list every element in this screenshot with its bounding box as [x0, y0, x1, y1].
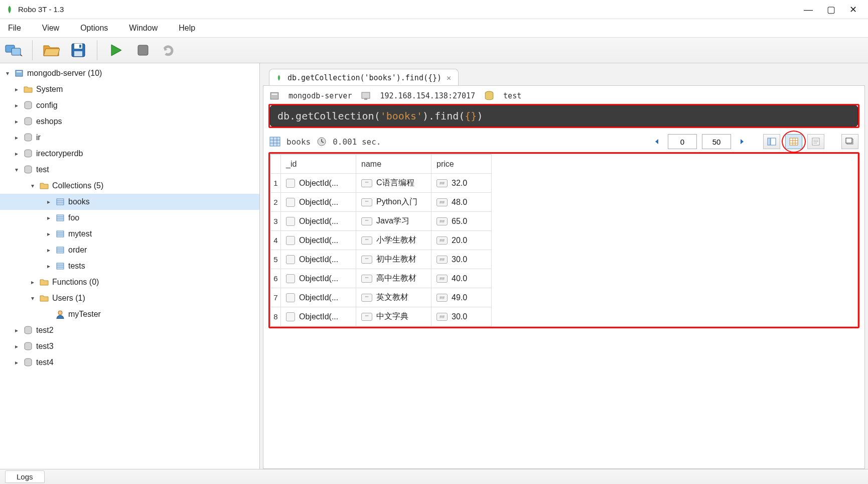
col-price[interactable]: price [431, 155, 492, 174]
tree-functions[interactable]: ▸ Functions (0) [0, 274, 259, 290]
tree-db-test2[interactable]: ▸ test2 [0, 322, 259, 338]
tree-users[interactable]: ▾ Users (1) [0, 290, 259, 306]
tree-collection-foo[interactable]: ▸ foo [0, 210, 259, 226]
cell-price: 49.0 [452, 293, 467, 302]
tree-server[interactable]: ▾ mongodb-server (10) [0, 65, 259, 81]
table-row[interactable]: 3ObjectId(...""Java学习##65.0 [271, 212, 492, 231]
chevron-right-icon[interactable]: ▸ [28, 278, 37, 287]
cell-price: 30.0 [452, 255, 467, 264]
result-grid[interactable]: _id name price 1ObjectId(...""C语言编程##32.… [270, 154, 858, 327]
tab-close-icon[interactable]: ✕ [447, 73, 451, 82]
svg-rect-1 [12, 48, 21, 55]
clock-icon [317, 137, 327, 147]
chevron-right-icon[interactable]: ▸ [44, 229, 53, 238]
query-editor[interactable]: db.getCollection('books').find({}) [270, 105, 858, 127]
view-text-button[interactable] [807, 134, 824, 149]
chevron-right-icon[interactable]: ▸ [12, 101, 21, 110]
svg-rect-46 [790, 138, 798, 145]
tree-db-test[interactable]: ▾ test [0, 162, 259, 178]
minimize-button[interactable]: — [804, 5, 813, 14]
page-next-button[interactable] [736, 136, 748, 148]
table-row[interactable]: 6ObjectId(...""高中生教材##40.0 [271, 269, 492, 288]
svg-rect-14 [57, 199, 64, 205]
chevron-right-icon[interactable]: ▸ [44, 213, 53, 222]
connection-tree[interactable]: ▾ mongodb-server (10) ▸ System ▸ config … [0, 63, 260, 469]
tree-db-test4[interactable]: ▸ test4 [0, 354, 259, 371]
chevron-right-icon[interactable]: ▸ [44, 262, 53, 271]
tree-label: test [36, 165, 49, 174]
tree-db-irectoryperdb[interactable]: ▸ irectoryperdb [0, 146, 259, 162]
menu-view[interactable]: View [39, 22, 62, 35]
close-button[interactable]: ✕ [849, 5, 857, 14]
chevron-down-icon[interactable]: ▾ [28, 181, 37, 190]
chevron-right-icon[interactable]: ▸ [12, 326, 21, 335]
table-row[interactable]: 7ObjectId(...""英文教材##49.0 [271, 288, 492, 307]
page-offset-input[interactable] [668, 134, 697, 149]
tree-label: System [36, 85, 63, 94]
tree-db-test3[interactable]: ▸ test3 [0, 338, 259, 354]
tree-db-eshops[interactable]: ▸ eshops [0, 113, 259, 130]
chevron-right-icon[interactable]: ▸ [44, 246, 53, 255]
svg-rect-17 [57, 215, 64, 221]
row-number: 4 [271, 231, 281, 250]
chevron-down-icon[interactable]: ▾ [12, 165, 21, 174]
menu-file[interactable]: File [5, 22, 24, 35]
stop-button[interactable] [132, 40, 154, 61]
chevron-down-icon[interactable]: ▾ [28, 294, 37, 303]
number-icon: ## [437, 217, 448, 225]
toolbar [0, 37, 868, 63]
database-icon [23, 165, 33, 175]
string-icon: "" [361, 236, 372, 245]
chevron-right-icon[interactable]: ▸ [12, 342, 21, 351]
tree-db-ir[interactable]: ▸ ir [0, 130, 259, 146]
cell-name: 中文字典 [376, 311, 408, 322]
table-row[interactable]: 2ObjectId(...""Python入门##48.0 [271, 193, 492, 212]
tree-collection-tests[interactable]: ▸ tests [0, 258, 259, 274]
tab-bar: db.getCollection('books').find({}) ✕ [263, 66, 865, 85]
chevron-right-icon[interactable]: ▸ [12, 117, 21, 126]
chevron-right-icon[interactable]: ▸ [12, 85, 21, 94]
tree-db-config[interactable]: ▸ config [0, 97, 259, 113]
titlebar: Robo 3T - 1.3 — ▢ ✕ [0, 0, 868, 19]
chevron-down-icon[interactable]: ▾ [3, 69, 12, 78]
tree-label: Functions (0) [52, 278, 99, 287]
table-row[interactable]: 4ObjectId(...""小学生教材##20.0 [271, 231, 492, 250]
row-number: 5 [271, 250, 281, 269]
tree-user-mytester[interactable]: myTester [0, 306, 259, 322]
table-row[interactable]: 1ObjectId(...""C语言编程##32.0 [271, 174, 492, 193]
execute-button[interactable] [105, 40, 126, 61]
tree-label: foo [68, 213, 79, 222]
view-tree-button[interactable] [763, 134, 780, 149]
number-icon: ## [437, 294, 448, 302]
page-limit-input[interactable] [702, 134, 731, 149]
chevron-right-icon[interactable]: ▸ [44, 197, 53, 206]
chevron-right-icon[interactable]: ▸ [12, 358, 21, 367]
open-button[interactable] [41, 40, 62, 61]
menu-options[interactable]: Options [77, 22, 111, 35]
menu-help[interactable]: Help [176, 22, 198, 35]
rotate-button[interactable] [160, 40, 181, 61]
tree-collections[interactable]: ▾ Collections (5) [0, 178, 259, 194]
save-button[interactable] [68, 40, 89, 61]
view-table-button[interactable] [785, 134, 802, 149]
row-number: 7 [271, 288, 281, 307]
tab-query[interactable]: db.getCollection('books').find({}) ✕ [269, 69, 459, 85]
view-popout-button[interactable] [841, 134, 858, 149]
chevron-right-icon[interactable]: ▸ [12, 149, 21, 158]
connect-button[interactable] [3, 40, 24, 61]
logs-button[interactable]: Logs [5, 470, 45, 483]
table-row[interactable]: 8ObjectId(...""中文字典##30.0 [271, 307, 492, 326]
tree-collection-books[interactable]: ▸ books [0, 194, 259, 210]
maximize-button[interactable]: ▢ [827, 5, 835, 14]
tree-system[interactable]: ▸ System [0, 81, 259, 97]
menu-window[interactable]: Window [126, 22, 161, 35]
col-name[interactable]: name [356, 155, 431, 174]
table-row[interactable]: 5ObjectId(...""初中生教材##30.0 [271, 250, 492, 269]
col-id[interactable]: _id [281, 155, 356, 174]
folder-icon [23, 84, 33, 94]
tree-collection-mytest[interactable]: ▸ mytest [0, 226, 259, 242]
page-prev-button[interactable] [651, 136, 663, 148]
tree-collection-order[interactable]: ▸ order [0, 242, 259, 258]
chevron-right-icon[interactable]: ▸ [12, 133, 21, 142]
svg-rect-23 [57, 247, 64, 253]
